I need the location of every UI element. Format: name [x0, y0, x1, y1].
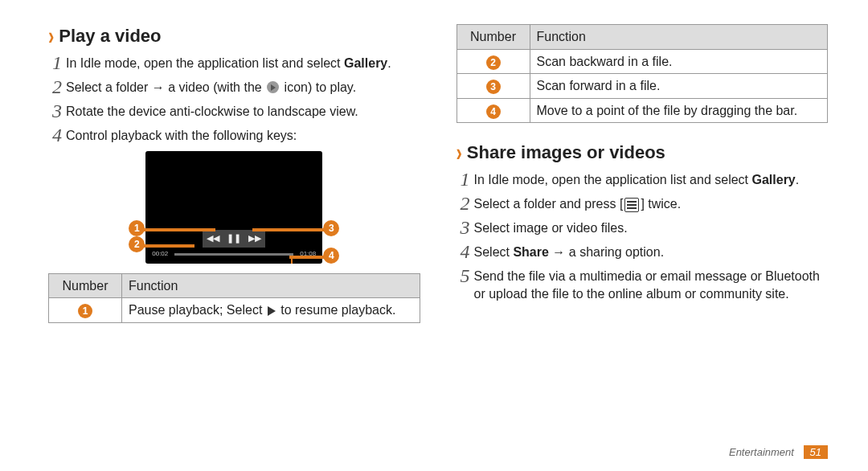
row-func: Scan backward in a file. — [530, 49, 828, 74]
chevron-right-icon: › — [48, 19, 54, 53]
step-text-post: ] twice. — [641, 197, 681, 211]
play-video-heading: › Play a video — [48, 24, 420, 48]
table-header-function: Function — [530, 25, 828, 50]
step-number: 2 — [457, 194, 474, 213]
table-row: 3 Scan forward in a file. — [457, 74, 828, 99]
page-number: 51 — [804, 445, 828, 459]
step-number: 3 — [48, 101, 66, 121]
row-func-pre: Pause playback; Select — [129, 303, 266, 317]
step-text: In Idle mode, open the application list … — [474, 173, 752, 186]
row-number-badge: 2 — [486, 55, 501, 70]
step-text: Select a folder → a video (with the — [66, 80, 265, 94]
step-text-post: . — [796, 173, 799, 186]
play-circle-icon — [267, 81, 279, 93]
row-number-badge: 4 — [486, 104, 501, 119]
step-text: Select image or video files. — [474, 218, 829, 237]
page-footer: Entertainment 51 — [729, 445, 828, 460]
menu-icon — [624, 198, 639, 212]
step-bold: Share — [513, 245, 548, 259]
time-elapsed: 00:02 — [152, 250, 168, 259]
share-step-4: 4 Select Share → a sharing option. — [457, 242, 829, 261]
share-step-2: 2 Select a folder and press [] twice. — [457, 194, 829, 213]
table-header-number: Number — [49, 273, 122, 298]
share-step-1: 1 In Idle mode, open the application lis… — [457, 170, 829, 189]
table-header-function: Function — [122, 273, 420, 298]
callout-4: 4 — [323, 248, 339, 264]
pause-button[interactable]: ❚❚ — [223, 230, 244, 248]
play-step-1: 1 In Idle mode, open the application lis… — [48, 53, 420, 72]
play-step-2: 2 Select a folder → a video (with the ic… — [48, 77, 420, 96]
share-step-3: 3 Select image or video files. — [457, 218, 829, 237]
callout-1: 1 — [129, 220, 145, 236]
step-text-post: . — [387, 56, 391, 70]
step-text: Select a folder and press [ — [474, 197, 624, 211]
function-table-left: Number Function 1 Pause playback; Select… — [48, 273, 420, 323]
step-number: 4 — [48, 125, 66, 145]
step-number: 4 — [457, 242, 474, 261]
step-text-post: icon) to play. — [280, 80, 356, 94]
step-number: 1 — [457, 170, 474, 189]
share-heading: › Share images or videos — [457, 141, 829, 165]
video-player-figure: ◀◀ ❚❚ ▶▶ 00:02 01:08 1 2 3 4 — [133, 151, 334, 264]
table-row: 1 Pause playback; Select to resume playb… — [49, 298, 420, 323]
chevron-right-icon: › — [457, 136, 462, 170]
table-header-number: Number — [457, 25, 530, 50]
step-text: In Idle mode, open the application list … — [66, 56, 344, 70]
table-row: 4 Move to a point of the file by draggin… — [457, 98, 828, 123]
row-func-post: to resume playback. — [277, 303, 396, 317]
heading-text: Share images or videos — [467, 141, 665, 165]
row-number-badge: 1 — [78, 304, 92, 318]
step-number: 3 — [457, 218, 474, 237]
page: › Play a video 1 In Idle mode, open the … — [0, 0, 868, 471]
left-column: › Play a video 1 In Idle mode, open the … — [48, 24, 420, 471]
play-icon — [268, 306, 276, 316]
step-number: 2 — [48, 77, 66, 96]
step-text: Rotate the device anti-clockwise to land… — [66, 101, 420, 121]
step-text: Send the file via a multimedia or email … — [474, 266, 829, 302]
step-text-post: → a sharing option. — [549, 245, 664, 259]
step-bold: Gallery — [344, 56, 387, 70]
section-label: Entertainment — [729, 446, 794, 458]
rewind-button[interactable]: ◀◀ — [203, 230, 223, 248]
share-step-5: 5 Send the file via a multimedia or emai… — [457, 266, 829, 302]
callout-2: 2 — [129, 236, 145, 252]
play-step-3: 3 Rotate the device anti-clockwise to la… — [48, 101, 420, 121]
callout-3: 3 — [323, 220, 339, 236]
row-number-badge: 3 — [486, 80, 501, 94]
step-number: 1 — [48, 53, 66, 72]
step-text: Control playback with the following keys… — [66, 125, 420, 145]
right-column: Number Function 2 Scan backward in a fil… — [457, 24, 829, 471]
step-bold: Gallery — [752, 173, 796, 186]
row-func: Scan forward in a file. — [530, 74, 828, 99]
heading-text: Play a video — [59, 24, 161, 48]
table-row: 2 Scan backward in a file. — [457, 49, 828, 74]
step-number: 5 — [457, 266, 474, 302]
row-func: Move to a point of the file by dragging … — [530, 98, 828, 123]
play-step-4: 4 Control playback with the following ke… — [48, 125, 420, 145]
step-text: Select — [474, 245, 514, 259]
forward-button[interactable]: ▶▶ — [244, 230, 265, 248]
function-table-right: Number Function 2 Scan backward in a fil… — [457, 24, 829, 123]
